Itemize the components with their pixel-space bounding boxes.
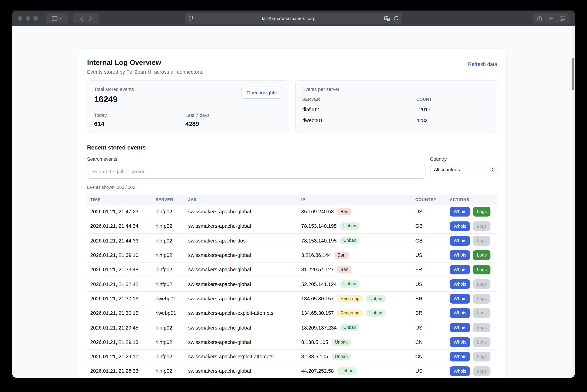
event-country: US	[415, 325, 450, 330]
scrollbar-thumb[interactable]	[572, 58, 574, 90]
logs-button[interactable]: Logs	[473, 352, 490, 362]
event-ip-cell: 52.205.141.124Unban	[301, 280, 415, 288]
logs-button[interactable]: Logs	[473, 236, 490, 246]
whois-button[interactable]: Whois	[450, 207, 470, 216]
event-time: 2026.01.21, 21:29:17	[87, 354, 156, 359]
logs-button[interactable]: Logs	[473, 221, 490, 231]
event-actions: WhoisLogs	[450, 366, 497, 376]
logs-button[interactable]: Logs	[473, 337, 490, 347]
event-country: GB	[415, 223, 450, 229]
whois-button[interactable]: Whois	[450, 236, 470, 246]
forward-button[interactable]	[89, 16, 92, 21]
translate-icon[interactable]: A	[384, 16, 390, 21]
whois-button[interactable]: Whois	[450, 279, 470, 289]
event-actions: WhoisLogs	[450, 337, 497, 347]
back-button[interactable]	[80, 16, 83, 21]
table-row: 2026.01.21, 21:29:17rlinfp02swissmakers-…	[87, 350, 497, 364]
whois-button[interactable]: Whois	[450, 323, 470, 332]
traffic-lights	[18, 10, 38, 26]
page-format-icon[interactable]	[189, 16, 193, 21]
scrollbar-track[interactable]	[571, 26, 575, 378]
event-time: 2026.01.21, 21:44:33	[87, 238, 156, 244]
browser-titlebar: fail2ban.swissmakers.corp A	[12, 10, 575, 26]
whois-button[interactable]: Whois	[450, 352, 470, 362]
zoom-window-button[interactable]	[33, 16, 38, 21]
event-actions: WhoisLogs	[450, 221, 497, 231]
event-country: CN	[415, 354, 450, 359]
logs-button[interactable]: Logs	[473, 323, 490, 332]
logs-button[interactable]: Logs	[473, 366, 490, 376]
event-server: rlinfp02	[156, 281, 188, 287]
whois-button[interactable]: Whois	[450, 366, 470, 376]
logs-button[interactable]: Logs	[473, 294, 490, 304]
logs-button[interactable]: Logs	[473, 279, 490, 289]
whois-button[interactable]: Whois	[450, 294, 470, 304]
event-actions: WhoisLogs	[450, 265, 497, 274]
whois-button[interactable]: Whois	[450, 337, 470, 347]
country-select[interactable]: All countries	[430, 165, 497, 174]
event-country: US	[415, 252, 450, 258]
event-ip-cell: 44.207.252.58Unban	[301, 368, 415, 375]
unban-badge: Unban	[340, 280, 359, 288]
share-icon[interactable]	[537, 16, 542, 22]
event-ip-cell: 78.153.140.195Unban	[301, 237, 415, 244]
total-events-label: Total stored events	[94, 87, 134, 92]
event-time: 2026.01.21, 21:32:42	[87, 281, 156, 287]
reload-icon[interactable]	[394, 16, 398, 21]
close-window-button[interactable]	[18, 16, 23, 21]
page-subtitle: Events stored by Fail2ban-UI across all …	[87, 69, 203, 75]
event-country: US	[415, 209, 450, 214]
event-server: rlinfp02	[156, 339, 188, 345]
sidebar-toggle-button[interactable]	[46, 13, 69, 24]
event-actions: WhoisLogs	[450, 207, 497, 216]
logs-button[interactable]: Logs	[473, 308, 490, 318]
whois-button[interactable]: Whois	[450, 250, 470, 260]
event-actions: WhoisLogs	[450, 236, 497, 246]
event-jail: swissmakers-apache-global	[188, 368, 301, 374]
nav-separator	[86, 16, 86, 21]
unban-badge: Unban	[340, 222, 359, 230]
whois-button[interactable]: Whois	[450, 265, 470, 274]
event-ip: 81.220.54.127	[301, 267, 334, 272]
search-input[interactable]	[87, 164, 425, 179]
event-country: FR	[415, 267, 450, 272]
event-ip: 8.138.5.105	[301, 339, 328, 345]
minimize-window-button[interactable]	[26, 16, 30, 21]
col-actions: ACTIONS	[450, 198, 497, 202]
whois-button[interactable]: Whois	[450, 308, 470, 318]
event-actions: WhoisLogs	[450, 250, 497, 260]
url-text: fail2ban.swissmakers.corp	[193, 16, 384, 21]
new-tab-icon[interactable]	[548, 16, 553, 21]
event-server: rlinfp02	[156, 209, 188, 214]
per-server-rows: rlinfp0212017rlwebp014232	[302, 107, 490, 123]
event-jail: swissmakers-apache-global	[188, 281, 301, 287]
table-row: 2026.01.21, 21:39:10rlinfp02swissmakers-…	[87, 248, 497, 263]
unban-badge: Unban	[332, 338, 351, 346]
url-field[interactable]: fail2ban.swissmakers.corp A	[185, 13, 402, 24]
logs-button[interactable]: Logs	[473, 250, 490, 260]
tab-overview-icon[interactable]	[560, 16, 565, 21]
search-events-label: Search events	[87, 156, 425, 162]
unban-badge: Unban	[337, 368, 356, 375]
event-server: rlinfp02	[156, 223, 188, 229]
event-jail: swissmakers-apache-global	[188, 267, 301, 272]
logs-button[interactable]: Logs	[473, 265, 490, 274]
event-actions: WhoisLogs	[450, 308, 497, 318]
table-row: 2026.01.21, 21:44:33rlinfp02swissmakers-…	[87, 234, 497, 248]
logs-button[interactable]: Logs	[473, 207, 490, 216]
recurring-badge: Recurring	[337, 295, 362, 302]
event-actions: WhoisLogs	[450, 352, 497, 362]
whois-button[interactable]: Whois	[450, 221, 470, 231]
chevron-down-icon	[60, 17, 63, 20]
event-ip: 134.65.30.157	[301, 310, 334, 316]
event-ip-cell: 3.216.86.144Ban	[301, 252, 415, 259]
svg-text:A: A	[385, 16, 387, 20]
col-ip: IP	[301, 198, 415, 202]
unban-badge: Unban	[340, 237, 359, 244]
event-time: 2026.01.21, 21:29:18	[87, 339, 156, 345]
event-actions: WhoisLogs	[450, 279, 497, 289]
refresh-data-link[interactable]: Refresh data	[468, 62, 497, 67]
open-insights-button[interactable]: Open insights	[241, 87, 282, 98]
events-table-body: 2026.01.21, 21:47:23rlinfp02swissmakers-…	[87, 204, 497, 378]
event-country: GB	[415, 238, 450, 244]
